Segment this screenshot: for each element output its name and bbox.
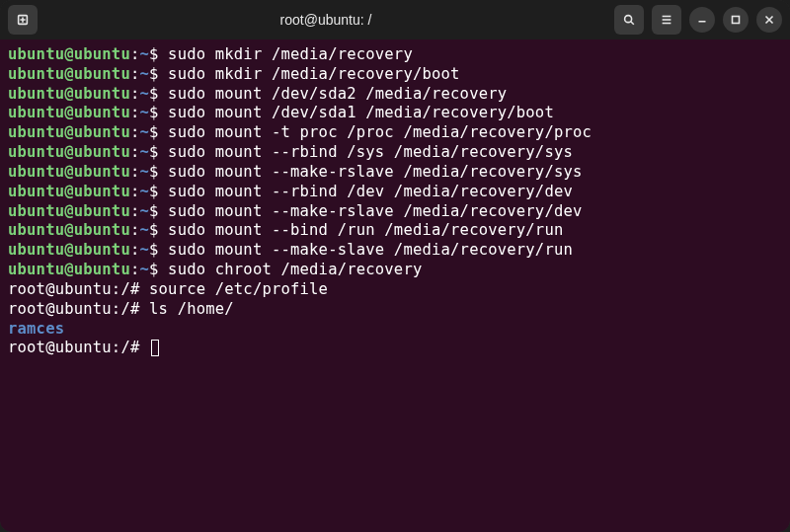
- command-text: sudo mkdir /media/recovery: [168, 45, 413, 63]
- command-text: sudo mount --make-rslave /media/recovery…: [168, 202, 582, 220]
- terminal-line: root@ubuntu:/# ls /home/: [8, 300, 782, 320]
- directory-entry: ramces: [8, 320, 64, 338]
- command-text: sudo mount --bind /run /media/recovery/r…: [168, 221, 563, 239]
- terminal-content[interactable]: ubuntu@ubuntu:~$ sudo mkdir /media/recov…: [0, 39, 790, 532]
- close-button[interactable]: [756, 7, 782, 33]
- terminal-line: root@ubuntu:/# source /etc/profile: [8, 280, 782, 300]
- prompt-path: /: [120, 280, 130, 298]
- terminal-line: ubuntu@ubuntu:~$ sudo mkdir /media/recov…: [8, 45, 782, 65]
- terminal-line: ubuntu@ubuntu:~$ sudo chroot /media/reco…: [8, 261, 782, 280]
- command-text: sudo mount --rbind /sys /media/recovery/…: [168, 143, 573, 161]
- close-icon: [762, 13, 776, 27]
- svg-rect-9: [733, 17, 740, 24]
- terminal-line: ubuntu@ubuntu:~$ sudo mount --bind /run …: [8, 221, 782, 241]
- terminal-window: root@ubuntu: / ubuntu@ubuntu:~$ sudo mkd…: [0, 0, 790, 532]
- svg-line-4: [631, 22, 634, 25]
- svg-point-3: [625, 16, 632, 23]
- command-text: ls /home/: [149, 300, 234, 318]
- titlebar: root@ubuntu: /: [0, 0, 790, 39]
- terminal-line-current: root@ubuntu:/#: [8, 339, 782, 358]
- new-tab-icon: [16, 13, 30, 27]
- prompt-user-host: ubuntu@ubuntu: [8, 45, 130, 63]
- minimize-icon: [695, 13, 709, 27]
- command-text: source /etc/profile: [149, 280, 328, 298]
- maximize-button[interactable]: [723, 7, 749, 33]
- terminal-line: ubuntu@ubuntu:~$ sudo mount --rbind /dev…: [8, 183, 782, 202]
- terminal-line: ubuntu@ubuntu:~$ sudo mount --make-rslav…: [8, 202, 782, 222]
- search-button[interactable]: [614, 5, 644, 35]
- terminal-line: ubuntu@ubuntu:~$ sudo mount /dev/sda1 /m…: [8, 104, 782, 123]
- command-text: sudo chroot /media/recovery: [168, 261, 422, 278]
- maximize-icon: [729, 13, 743, 27]
- terminal-line: ubuntu@ubuntu:~$ sudo mount --make-slave…: [8, 241, 782, 261]
- terminal-line: ubuntu@ubuntu:~$ sudo mkdir /media/recov…: [8, 65, 782, 85]
- hamburger-menu-button[interactable]: [652, 5, 681, 35]
- command-text: sudo mount --make-slave /media/recovery/…: [168, 241, 573, 259]
- command-text: sudo mount /dev/sda1 /media/recovery/boo…: [168, 104, 554, 121]
- hamburger-icon: [660, 13, 673, 27]
- command-text: sudo mount -t proc /proc /media/recovery…: [168, 123, 592, 141]
- prompt-user-host: root@ubuntu: [8, 280, 112, 298]
- new-tab-button[interactable]: [8, 5, 38, 35]
- ls-output: ramces: [8, 320, 782, 340]
- cursor: [151, 340, 159, 356]
- command-text: sudo mount --make-rslave /media/recovery…: [168, 163, 582, 181]
- command-text: sudo mkdir /media/recovery/boot: [168, 65, 460, 83]
- minimize-button[interactable]: [689, 7, 715, 33]
- terminal-line: ubuntu@ubuntu:~$ sudo mount --make-rslav…: [8, 163, 782, 183]
- window-title: root@ubuntu: /: [45, 12, 606, 28]
- command-text: sudo mount /dev/sda2 /media/recovery: [168, 85, 507, 103]
- terminal-line: ubuntu@ubuntu:~$ sudo mount -t proc /pro…: [8, 123, 782, 143]
- terminal-line: ubuntu@ubuntu:~$ sudo mount --rbind /sys…: [8, 143, 782, 163]
- search-icon: [622, 13, 636, 27]
- terminal-line: ubuntu@ubuntu:~$ sudo mount /dev/sda2 /m…: [8, 85, 782, 105]
- prompt-path: ~: [139, 45, 149, 63]
- command-text: sudo mount --rbind /dev /media/recovery/…: [168, 183, 573, 200]
